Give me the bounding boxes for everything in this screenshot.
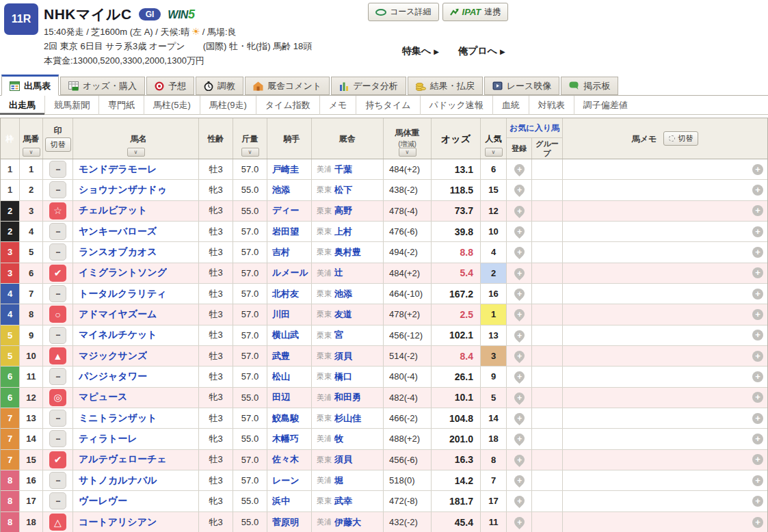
mark-badge[interactable]: ✔	[49, 451, 66, 468]
mark-badge[interactable]: ◎	[49, 389, 66, 406]
favorite-pin-button[interactable]: +	[512, 349, 526, 363]
jockey-link[interactable]: 佐々木	[272, 453, 299, 466]
tab-prediction[interactable]: 予想	[146, 77, 194, 95]
horse-name-link[interactable]: マイネルチケット	[79, 329, 157, 341]
tab-race-video[interactable]: レース映像	[484, 77, 560, 95]
mark-badge[interactable]: ▲	[49, 347, 66, 364]
add-memo-button[interactable]: +	[752, 517, 763, 528]
horse-name-link[interactable]: コートアリシアン	[79, 516, 157, 529]
trainer-link[interactable]: 上村	[334, 226, 352, 238]
jockey-link[interactable]: 池添	[272, 184, 290, 196]
mark-badge[interactable]: --	[49, 161, 66, 178]
add-memo-button[interactable]: +	[752, 247, 763, 258]
trainer-link[interactable]: 松下	[334, 184, 352, 196]
subtab-umabashira-5[interactable]: 馬柱(5走)	[144, 96, 200, 115]
horse-name-link[interactable]: ショウナンザナドゥ	[79, 184, 167, 196]
trainer-link[interactable]: 杉山佳	[334, 412, 361, 425]
favorite-pin-button[interactable]: +	[512, 307, 526, 321]
favorite-pin-button[interactable]: +	[512, 515, 526, 529]
jockey-link[interactable]: 戸崎圭	[272, 163, 299, 176]
mark-toggle-button[interactable]: 切替	[45, 137, 71, 152]
add-memo-button[interactable]: +	[752, 226, 763, 237]
favorite-pin-button[interactable]: +	[512, 328, 526, 343]
horse-name-link[interactable]: パンジャタワー	[79, 371, 147, 383]
favorite-pin-button[interactable]: +	[512, 411, 526, 425]
sort-button-name[interactable]: ∨	[127, 148, 145, 157]
subtab-mochi-time[interactable]: 持ちタイム	[356, 96, 419, 115]
trainer-link[interactable]: 橋口	[334, 371, 352, 383]
trainer-link[interactable]: 須貝	[334, 350, 352, 362]
add-memo-button[interactable]: +	[752, 413, 763, 424]
horse-name-link[interactable]: ヴーレヴー	[79, 495, 127, 507]
trainer-link[interactable]: 須貝	[334, 453, 352, 466]
subtab-memo[interactable]: メモ	[319, 96, 356, 115]
favorite-pin-button[interactable]: +	[512, 287, 526, 301]
favorite-pin-button[interactable]: +	[512, 390, 526, 405]
trainer-link[interactable]: 友道	[334, 308, 352, 321]
mark-badge[interactable]: --	[49, 181, 66, 198]
favorite-pin-button[interactable]: +	[512, 224, 526, 239]
mark-badge[interactable]: --	[49, 430, 66, 447]
trainer-link[interactable]: 堀	[334, 475, 343, 487]
horse-name-link[interactable]: モンドデラモーレ	[79, 163, 157, 176]
jockey-link[interactable]: ディー	[272, 204, 300, 217]
mark-badge[interactable]: --	[49, 243, 66, 261]
jockey-link[interactable]: 武豊	[272, 350, 290, 362]
tab-entry-table[interactable]: 出馬表	[1, 75, 59, 96]
add-memo-button[interactable]: +	[752, 371, 763, 382]
tab-results-payout[interactable]: 結果・払戻	[408, 77, 483, 95]
subtab-entries[interactable]: 出走馬	[0, 96, 44, 115]
sort-button-bodyweight[interactable]: ∨	[399, 148, 416, 157]
jockey-link[interactable]: 田辺	[272, 391, 290, 403]
horse-name-link[interactable]: アルテヴェローチェ	[79, 453, 167, 466]
favorite-pin-button[interactable]: +	[512, 431, 526, 446]
add-memo-button[interactable]: +	[752, 164, 763, 175]
mark-badge[interactable]: ☆	[49, 202, 66, 220]
tab-training[interactable]: 調教	[196, 77, 243, 95]
mark-badge[interactable]: --	[49, 492, 66, 509]
sort-button-number[interactable]: ∨	[23, 148, 40, 157]
trainer-link[interactable]: 武幸	[334, 495, 352, 507]
jockey-link[interactable]: 木幡巧	[272, 433, 299, 445]
favorite-pin-button[interactable]: +	[512, 473, 526, 488]
mark-badge[interactable]: --	[49, 410, 66, 427]
jockey-link[interactable]: 浜中	[272, 495, 290, 507]
mark-badge[interactable]: --	[49, 368, 66, 385]
tab-data-analysis[interactable]: データ分析	[331, 77, 406, 95]
course-detail-button[interactable]: コース詳細	[368, 3, 439, 21]
add-memo-button[interactable]: +	[752, 351, 763, 362]
jockey-link[interactable]: 鮫島駿	[272, 412, 299, 425]
add-memo-button[interactable]: +	[752, 289, 763, 300]
add-memo-button[interactable]: +	[752, 434, 763, 444]
tab-bbs[interactable]: 掲示板	[561, 77, 618, 95]
mark-badge[interactable]: △	[49, 514, 66, 531]
jockey-link[interactable]: 横山武	[272, 329, 299, 341]
jockey-link[interactable]: 川田	[272, 308, 290, 321]
horse-name-link[interactable]: ヤンキーバローズ	[79, 226, 157, 238]
subtab-time-index[interactable]: タイム指数	[256, 96, 319, 115]
add-memo-button[interactable]: +	[752, 309, 763, 320]
favorite-pin-button[interactable]: +	[512, 453, 526, 467]
mark-badge[interactable]: ○	[49, 306, 66, 323]
mark-badge[interactable]: --	[49, 285, 66, 302]
favorite-pin-button[interactable]: +	[512, 494, 526, 508]
tab-odds-purchase[interactable]: オッズ・購入	[60, 77, 145, 95]
horse-name-link[interactable]: ミニトランザット	[79, 412, 157, 425]
subtab-matchup-table[interactable]: 対戦表	[529, 96, 574, 115]
jockey-link[interactable]: 北村友	[272, 288, 299, 300]
subtab-condition-score[interactable]: 調子偏差値	[574, 96, 637, 115]
horse-name-link[interactable]: アドマイヤズーム	[79, 308, 157, 321]
mark-badge[interactable]: --	[49, 223, 66, 240]
jockey-link[interactable]: レーン	[272, 475, 300, 487]
jockey-link[interactable]: 菅原明	[272, 516, 299, 529]
horse-name-link[interactable]: マジックサンズ	[79, 350, 147, 362]
horse-name-link[interactable]: トータルクラリティ	[79, 288, 167, 300]
subtab-bloodline[interactable]: 血統	[492, 96, 529, 115]
favorite-pin-button[interactable]: +	[512, 245, 526, 259]
horse-name-link[interactable]: イミグラントソング	[79, 267, 167, 279]
add-memo-button[interactable]: +	[752, 185, 763, 196]
trainer-link[interactable]: 奥村豊	[334, 246, 361, 258]
favorite-pin-button[interactable]: +	[512, 266, 526, 280]
trainer-link[interactable]: 和田勇	[334, 391, 361, 403]
horse-name-link[interactable]: サトノカルナバル	[79, 475, 157, 487]
